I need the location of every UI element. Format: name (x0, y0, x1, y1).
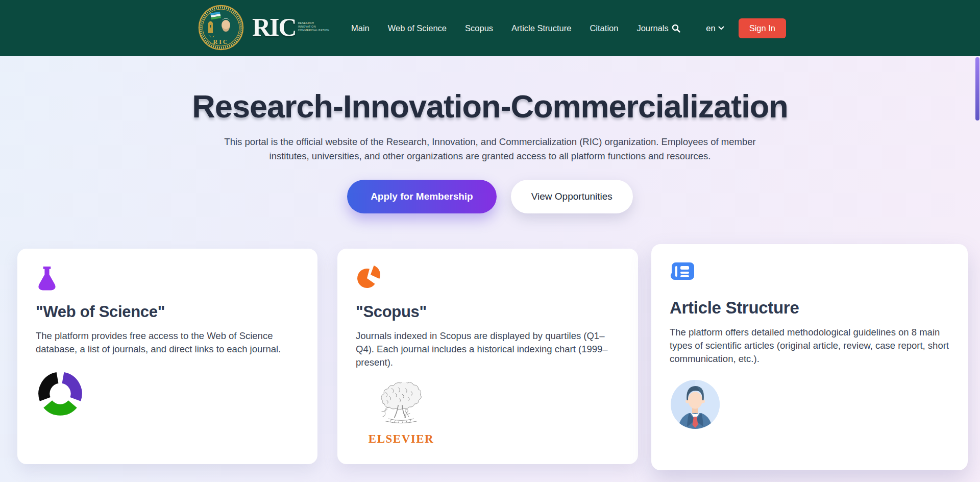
ric-emblem-icon: RIC (198, 5, 244, 51)
hero-actions: Apply for Membership View Opportunities (0, 180, 980, 213)
svg-text:RIC: RIC (213, 38, 229, 45)
nav-link-citation[interactable]: Citation (590, 23, 618, 33)
nav-link-scopus[interactable]: Scopus (465, 23, 493, 33)
nav-link-main[interactable]: Main (351, 23, 370, 33)
card-title: "Scopus" (356, 303, 620, 321)
ric-emblem-logo[interactable]: RIC (198, 5, 244, 51)
language-current: en (706, 23, 715, 33)
card-description: Journals indexed in Scopus are displayed… (356, 329, 620, 369)
language-selector[interactable]: en (706, 23, 724, 33)
nav-link-article-structure[interactable]: Article Structure (511, 23, 571, 33)
ric-wordmark-subtext: RESEARCH INNOVATION COMMERCIALIZATION (298, 21, 330, 32)
nav-link-web-of-science[interactable]: Web of Science (388, 23, 447, 33)
apply-for-membership-button[interactable]: Apply for Membership (347, 180, 497, 213)
card-description: The platform offers detailed methodologi… (670, 326, 949, 366)
sign-in-button[interactable]: Sign In (739, 18, 786, 38)
nav-link-journals[interactable]: Journals (636, 23, 680, 33)
main-navigation: Main Web of Science Scopus Article Struc… (351, 0, 680, 56)
search-icon (672, 24, 680, 33)
card-article-structure[interactable]: Article Structure The platform offers de… (651, 244, 968, 470)
card-scopus[interactable]: "Scopus" Journals indexed in Scopus are … (337, 249, 638, 464)
top-navbar: RIC RIC RESEARCH INNOVATION COMMERCIALIZ… (0, 0, 980, 56)
ric-wordmark-text: RIC (252, 14, 296, 40)
newspaper-icon (670, 260, 949, 287)
hero-description: This portal is the official website of t… (224, 135, 757, 163)
card-title: "Web of Science" (36, 303, 299, 321)
person-avatar (670, 379, 949, 432)
card-description: The platform provides free access to the… (36, 329, 299, 356)
page-title: Research-Innovation-Commercialization (0, 88, 980, 125)
card-title: Article Structure (670, 298, 949, 318)
clarivate-logo (36, 369, 299, 420)
elsevier-logo-text: ELSEVIER (369, 432, 434, 446)
card-web-of-science[interactable]: "Web of Science" The platform provides f… (17, 249, 317, 464)
elsevier-logo: ELSEVIER (368, 382, 434, 446)
ric-wordmark[interactable]: RIC RESEARCH INNOVATION COMMERCIALIZATIO… (252, 14, 329, 40)
scrollbar[interactable] (975, 57, 979, 120)
chevron-down-icon (718, 26, 724, 30)
pie-chart-icon (356, 265, 620, 292)
elsevier-tree-illustration (372, 382, 431, 431)
flask-icon (36, 265, 299, 292)
view-opportunities-button[interactable]: View Opportunities (511, 180, 633, 213)
